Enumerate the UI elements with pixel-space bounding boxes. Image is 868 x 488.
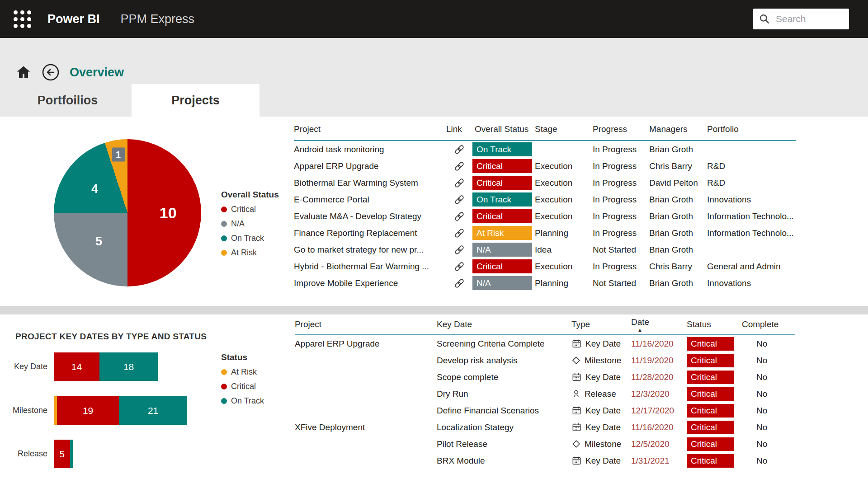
status-badge: Critical — [687, 337, 734, 351]
legend-color-dot — [221, 221, 227, 227]
bar-segment[interactable]: 14 — [54, 352, 99, 381]
waffle-menu-icon[interactable] — [14, 10, 31, 28]
column-header[interactable]: Type — [571, 319, 631, 329]
link-icon[interactable] — [446, 277, 472, 289]
status-badge: N/A — [472, 243, 532, 257]
status-badge: Critical — [472, 159, 532, 173]
stage-cell: Execution — [535, 178, 593, 188]
bar-row[interactable]: Key Date1418 — [0, 352, 158, 381]
table-row[interactable]: Define Financial ScenariosKey Date12/17/… — [295, 402, 795, 419]
column-header[interactable]: Overall Status — [472, 124, 535, 134]
status-badge: Critical — [687, 404, 734, 418]
link-icon[interactable] — [446, 261, 472, 272]
bar-row[interactable]: Release5 — [0, 440, 73, 468]
tab-portfolios[interactable]: Portfoilios — [4, 84, 132, 117]
link-icon[interactable] — [446, 144, 472, 155]
search-input[interactable] — [775, 13, 840, 25]
column-header[interactable]: Managers — [649, 124, 707, 134]
column-header[interactable]: Project — [294, 124, 446, 134]
managers-cell: David Pelton — [649, 178, 707, 188]
table-row[interactable]: Apparel ERP UpgradeCriticalExecutionIn P… — [294, 158, 796, 174]
bar-segment[interactable]: 19 — [57, 396, 119, 425]
bar-segment[interactable]: 18 — [99, 352, 158, 381]
table-row[interactable]: Apparel ERP UpgradeScreening Criteria Co… — [295, 335, 795, 352]
link-icon[interactable] — [446, 227, 472, 239]
column-header[interactable]: Link — [446, 124, 472, 134]
column-header[interactable]: Date▲ — [631, 317, 687, 332]
link-icon[interactable] — [446, 160, 472, 172]
link-icon[interactable] — [446, 211, 472, 222]
table-row[interactable]: Dry RunRelease12/3/2020CriticalNo — [295, 385, 795, 402]
bar-segment[interactable]: 21 — [119, 396, 187, 425]
link-icon[interactable] — [446, 244, 472, 256]
overall-status-pie-chart[interactable]: 10541 — [54, 139, 201, 286]
table-row[interactable]: Android task monitoringOn TrackIn Progre… — [294, 141, 796, 158]
key-dates-table: ProjectKey DateTypeDate▲StatusComplete A… — [295, 314, 795, 469]
bar-category-label: Milestone — [0, 406, 54, 415]
sort-ascending-icon: ▲ — [637, 328, 687, 332]
stage-cell: Idea — [535, 245, 593, 255]
bar-row[interactable]: Milestone1921 — [0, 396, 187, 425]
key-date-cell: Screening Criteria Complete — [437, 339, 571, 349]
table-row[interactable]: Go to market strategy for new pr...N/AId… — [294, 241, 796, 258]
breadcrumb-overview[interactable]: Overview — [70, 66, 124, 80]
bar-segment[interactable]: 5 — [54, 440, 70, 468]
calendar-icon — [571, 455, 582, 466]
key-date-cell: Develop risk analysis — [437, 356, 571, 366]
complete-cell: No — [742, 406, 795, 416]
bar-segment[interactable] — [54, 396, 57, 425]
link-icon[interactable] — [446, 177, 472, 189]
column-header[interactable]: Key Date — [437, 319, 571, 329]
portfolio-cell: General and Admin — [707, 262, 796, 272]
bar-category-label: Release — [0, 449, 54, 459]
column-header[interactable]: Status — [687, 319, 742, 329]
table-row[interactable]: Evaluate M&A - Develop StrategyCriticalE… — [294, 208, 796, 225]
breadcrumb: Overview — [15, 62, 124, 82]
progress-cell: Not Started — [593, 278, 649, 288]
search-box[interactable] — [753, 9, 849, 29]
table-row[interactable]: Develop risk analysisMilestone11/19/2020… — [295, 352, 795, 369]
status-badge: Critical — [687, 421, 734, 434]
link-icon[interactable] — [446, 194, 472, 206]
column-header[interactable]: Project — [295, 319, 437, 329]
tab-projects[interactable]: Projects — [132, 84, 259, 117]
table-row[interactable]: XFive DeploymentLocalization StategyKey … — [295, 419, 795, 436]
bar-segment[interactable] — [70, 440, 73, 468]
complete-cell: No — [742, 356, 795, 366]
type-label: Key Date — [585, 422, 621, 432]
table-row[interactable]: Biothermal Ear Warming SystemCriticalExe… — [294, 174, 796, 191]
status-cell: N/A — [472, 276, 535, 290]
stage-cell: Execution — [535, 211, 593, 221]
table-row[interactable]: Pilot ReleaseMilestone12/5/2020CriticalN… — [295, 436, 795, 452]
project-cell: Apparel ERP Upgrade — [295, 339, 437, 349]
status-badge: Critical — [687, 454, 734, 468]
legend-color-dot — [221, 235, 227, 241]
status-badge: N/A — [472, 276, 532, 290]
table-row[interactable]: Finance Reporting ReplacementAt RiskPlan… — [294, 225, 796, 241]
nav-band: Overview Portfoilios Projects — [0, 38, 868, 117]
table-row[interactable]: E-Commerce PortalOn TrackExecutionIn Pro… — [294, 191, 796, 208]
legend-item: On Track — [221, 234, 279, 243]
legend-title: Status — [221, 352, 264, 362]
status-badge: Critical — [687, 354, 734, 367]
managers-cell: Brian Groth — [649, 145, 707, 155]
date-cell: 11/28/2020 — [631, 372, 687, 382]
status-cell: Critical — [687, 454, 742, 468]
legend-color-dot — [221, 369, 227, 375]
power-bi-dashboard: Power BI PPM Express Overview Portfoilio… — [0, 0, 868, 488]
key-date-cell: Scope complete — [437, 372, 571, 382]
back-arrow-icon[interactable] — [42, 63, 60, 81]
table-row[interactable]: Scope completeKey Date11/28/2020Critical… — [295, 369, 795, 385]
status-cell: On Track — [472, 192, 535, 206]
complete-cell: No — [742, 439, 795, 449]
column-header[interactable]: Stage — [535, 124, 593, 134]
column-header[interactable]: Progress — [593, 124, 649, 134]
column-header[interactable]: Portfolio — [707, 124, 796, 134]
table-row[interactable]: BRX ModuleKey Date1/31/2021CriticalNo — [295, 452, 795, 469]
home-icon[interactable] — [15, 64, 32, 80]
column-header[interactable]: Complete — [742, 319, 795, 329]
brand-title: Power BI — [47, 12, 100, 26]
table-row[interactable]: Improve Mobile ExperienceN/APlanningNot … — [294, 275, 796, 291]
status-cell: Critical — [687, 337, 742, 351]
table-row[interactable]: Hybrid - Biothermal Ear Warming ...Criti… — [294, 258, 796, 275]
